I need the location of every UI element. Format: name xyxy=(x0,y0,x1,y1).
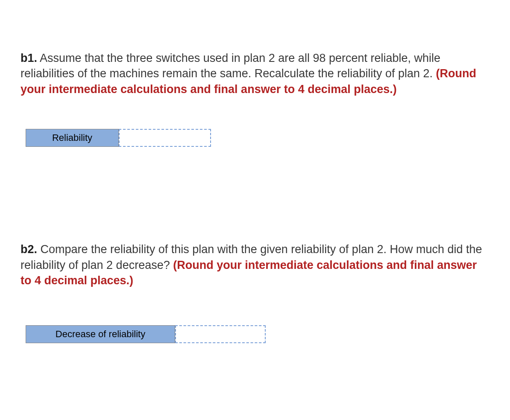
question-b1-text: b1. Assume that the three switches used … xyxy=(21,50,489,97)
question-b1-body: Assume that the three switches used in p… xyxy=(21,52,440,80)
decrease-reliability-input[interactable] xyxy=(175,325,266,343)
answer-label-reliability: Reliability xyxy=(26,129,119,147)
answer-box-b1: Reliability xyxy=(26,129,489,147)
question-b2-text: b2. Compare the reliability of this plan… xyxy=(21,242,489,288)
answer-label-decrease: Decrease of reliability xyxy=(26,325,175,343)
reliability-input[interactable] xyxy=(119,129,211,147)
question-b2-label: b2. xyxy=(21,243,37,256)
question-b1-label: b1. xyxy=(21,52,37,64)
answer-box-b2: Decrease of reliability xyxy=(26,325,489,343)
